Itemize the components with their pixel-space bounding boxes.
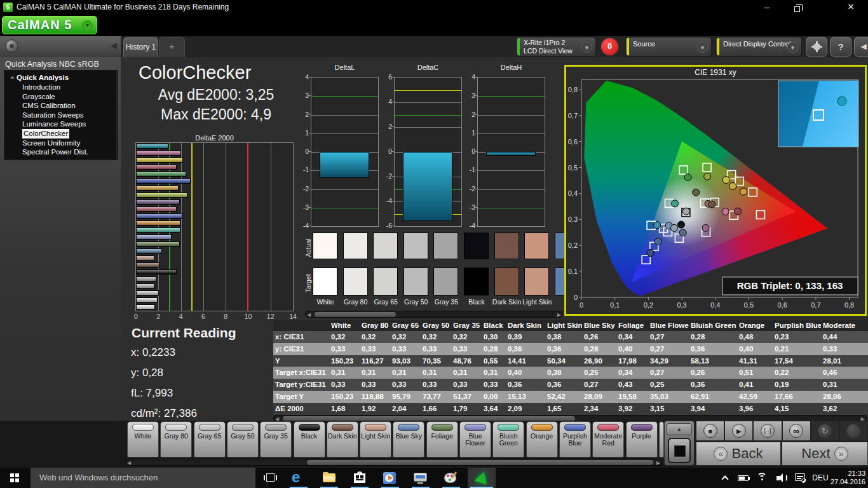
taskbar-calman-button[interactable] <box>468 468 496 488</box>
taskbar-search-input[interactable]: Web und Windows durchsuchen <box>31 468 255 488</box>
patch-button-purple[interactable]: Purple <box>626 421 658 458</box>
minimize-button[interactable]: – <box>756 0 778 15</box>
table-cell: White <box>329 320 360 331</box>
blank-button[interactable] <box>839 421 868 441</box>
patch-button-purplish-blue[interactable]: Purplish Blue <box>559 421 591 458</box>
patch-button-white[interactable]: White <box>127 421 159 458</box>
clock-time: 21:33 <box>821 470 865 478</box>
patch-scrollbar-thumb[interactable] <box>307 460 653 465</box>
stop-button[interactable]: ■ <box>696 421 724 441</box>
gridline <box>395 102 461 103</box>
taskbar-monitor-app-button[interactable] <box>407 468 435 488</box>
table-cell: Blue Flower <box>648 320 689 331</box>
swatch-scrollbar[interactable]: ◀▶ <box>305 311 563 318</box>
patch-button-moderate-red[interactable]: Moderate Red <box>592 421 624 458</box>
tree-expand-icon[interactable] <box>10 76 15 81</box>
back-button[interactable]: « Back <box>696 442 781 466</box>
patch-color-pill <box>631 424 653 431</box>
tab-add-button[interactable]: + <box>159 37 185 57</box>
continuous-button[interactable]: ∞ <box>782 421 811 441</box>
tab-history-1[interactable]: History 1 <box>123 37 158 57</box>
tray-action-center-button[interactable] <box>790 468 810 488</box>
taskbar-store-button[interactable] <box>346 468 374 488</box>
tray-battery-button[interactable] <box>733 468 752 488</box>
sidebar-item-spectral-power-dist-[interactable]: Spectral Power Dist. <box>4 147 117 157</box>
tray-clock-button[interactable]: 21:33 27.04.2016 <box>821 468 865 488</box>
patch-button-partial[interactable] <box>659 421 664 458</box>
scroll-right-icon[interactable]: ▶ <box>557 312 561 318</box>
taskbar-paint-button[interactable] <box>437 468 465 488</box>
panel-collapse-button[interactable]: ◀ <box>854 37 868 57</box>
actual-swatch-4 <box>433 233 458 259</box>
meter-dropdown[interactable]: X-Rite i1Pro 2 LCD Direct View ▼ <box>516 37 596 57</box>
help-button[interactable]: ? <box>830 37 851 57</box>
title-bar: 5 CalMAN 5 CalMAN Ultimate for Business … <box>0 0 868 15</box>
table-cell: Orange <box>737 320 773 331</box>
patch-button-orange[interactable]: Orange <box>526 421 558 458</box>
patch-button-gray-80[interactable]: Gray 80 <box>160 421 192 458</box>
read-button[interactable]: [··] <box>753 421 782 441</box>
scroll-right-icon[interactable]: ▶ <box>656 460 660 466</box>
table-cell: 14,41 <box>506 355 545 367</box>
refresh-button[interactable]: ↻ <box>811 421 839 441</box>
sidebar-item-grayscale[interactable]: Grayscale <box>4 92 117 102</box>
windows-taskbar: Web und Windows durchsuchen e <box>0 468 868 488</box>
sidebar-item-cms-calibration[interactable]: CMS Calibration <box>4 101 117 111</box>
patch-button-blue-sky[interactable]: Blue Sky <box>393 421 424 458</box>
start-button[interactable] <box>0 468 31 488</box>
swatch-compare: ActualTargetWhiteGray 80Gray 65Gray 50Gr… <box>304 230 564 320</box>
svg-text:0,6: 0,6 <box>778 301 787 309</box>
patch-button-light-skin[interactable]: Light Skin <box>360 421 391 458</box>
svg-text:0,5: 0,5 <box>744 301 754 309</box>
display-control-label: Direct Display Control <box>723 40 790 48</box>
patch-button-foliage[interactable]: Foliage <box>426 421 458 458</box>
patch-button-gray-65[interactable]: Gray 65 <box>194 421 226 458</box>
sidebar-collapse-icon[interactable]: ◀ <box>111 41 117 50</box>
axis-tick <box>309 226 311 226</box>
display-control-dropdown[interactable]: Direct Display Control ▼ <box>715 37 802 57</box>
reading-y: y: 0,28 <box>131 367 163 379</box>
row-label: x: CIE31 <box>273 331 329 343</box>
patch-button-blue-flower[interactable]: Blue Flower <box>459 421 491 458</box>
play-button[interactable]: ▶ <box>724 421 753 441</box>
axis-tick <box>475 170 477 170</box>
sidebar-item-luminance-sweeps[interactable]: Luminance Sweeps <box>4 119 117 129</box>
tray-expand-button[interactable] <box>717 468 733 488</box>
tree-root-quick-analysis[interactable]: Quick Analysis <box>4 73 117 83</box>
task-view-button[interactable] <box>257 468 285 488</box>
workflow-orb-button[interactable] <box>5 39 18 53</box>
scroll-left-icon[interactable]: ◀ <box>127 460 131 466</box>
next-button[interactable]: Next » <box>782 442 868 466</box>
settings-button[interactable] <box>806 37 827 57</box>
taskbar-edge-button[interactable]: e <box>285 468 313 488</box>
meter-stop-badge[interactable]: 0 <box>600 37 620 57</box>
meter-badge-count: 0 <box>607 42 612 51</box>
sidebar-item-introduction[interactable]: Introduction <box>4 83 117 92</box>
taskbar-explorer-button[interactable] <box>315 468 343 488</box>
sidebar-item-colorchecker[interactable]: ColorChecker <box>4 129 117 139</box>
sidebar-item-screen-uniformity[interactable]: Screen Uniformity <box>4 139 117 148</box>
gridline <box>203 143 204 311</box>
close-button[interactable]: × <box>840 0 862 15</box>
table-cell: 0,31 <box>482 367 506 379</box>
patch-scrollbar[interactable]: ◀▶ <box>125 459 662 466</box>
patch-button-gray-35[interactable]: Gray 35 <box>260 421 292 458</box>
scroll-left-icon[interactable]: ◀ <box>307 312 311 318</box>
restore-button[interactable] <box>786 0 808 15</box>
swatch-scrollbar-thumb[interactable] <box>315 312 396 317</box>
stop-measure-button[interactable] <box>668 438 691 463</box>
patch-color-pill <box>564 424 586 431</box>
svg-text:0,8: 0,8 <box>844 301 854 309</box>
tray-volume-button[interactable] <box>771 468 790 488</box>
source-dropdown[interactable]: Source ▼ <box>625 37 712 57</box>
calman-logo-menu[interactable]: CalMAN 5 ▼ <box>2 16 97 34</box>
tray-wifi-button[interactable] <box>752 468 771 488</box>
expand-up-button[interactable]: ▲ <box>667 423 692 435</box>
patch-button-dark-skin[interactable]: Dark Skin <box>327 421 358 458</box>
patch-button-bluish-green[interactable]: Bluish Green <box>492 421 524 458</box>
patch-button-gray-50[interactable]: Gray 50 <box>227 421 259 458</box>
taskbar-media-player-button[interactable] <box>376 468 404 488</box>
axis-tick <box>475 189 477 189</box>
patch-button-black[interactable]: Black <box>294 421 325 458</box>
sidebar-item-saturation-sweeps[interactable]: Saturation Sweeps <box>4 111 117 120</box>
